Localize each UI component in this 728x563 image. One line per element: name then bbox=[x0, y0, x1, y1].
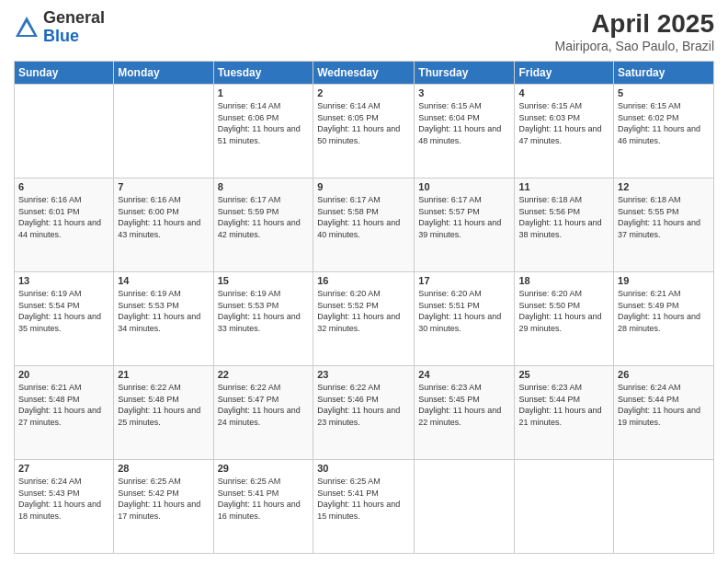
day-info: Sunrise: 6:17 AM Sunset: 5:59 PM Dayligh… bbox=[218, 194, 310, 240]
logo: General Blue bbox=[14, 9, 105, 46]
page: General Blue April 2025 Mairipora, Sao P… bbox=[0, 0, 728, 563]
calendar-cell: 6Sunrise: 6:16 AM Sunset: 6:01 PM Daylig… bbox=[15, 178, 114, 272]
calendar-cell: 11Sunrise: 6:18 AM Sunset: 5:56 PM Dayli… bbox=[515, 178, 614, 272]
calendar-cell: 25Sunrise: 6:23 AM Sunset: 5:44 PM Dayli… bbox=[515, 366, 614, 460]
calendar-cell bbox=[415, 460, 515, 554]
day-number: 3 bbox=[418, 87, 510, 98]
day-info: Sunrise: 6:18 AM Sunset: 5:55 PM Dayligh… bbox=[618, 194, 710, 240]
day-info: Sunrise: 6:25 AM Sunset: 5:42 PM Dayligh… bbox=[118, 476, 209, 522]
day-number: 20 bbox=[18, 369, 109, 380]
day-info: Sunrise: 6:16 AM Sunset: 6:01 PM Dayligh… bbox=[18, 194, 109, 240]
calendar-cell: 4Sunrise: 6:15 AM Sunset: 6:03 PM Daylig… bbox=[515, 85, 614, 178]
day-number: 11 bbox=[518, 181, 609, 192]
calendar-cell: 23Sunrise: 6:22 AM Sunset: 5:46 PM Dayli… bbox=[313, 366, 415, 460]
day-number: 6 bbox=[18, 181, 109, 192]
day-number: 7 bbox=[118, 181, 209, 192]
day-number: 28 bbox=[118, 463, 209, 474]
calendar-cell: 13Sunrise: 6:19 AM Sunset: 5:54 PM Dayli… bbox=[15, 272, 114, 366]
day-info: Sunrise: 6:14 AM Sunset: 6:06 PM Dayligh… bbox=[218, 100, 310, 146]
day-info: Sunrise: 6:21 AM Sunset: 5:49 PM Dayligh… bbox=[618, 288, 710, 334]
weekday-header-row: Sunday Monday Tuesday Wednesday Thursday… bbox=[15, 62, 714, 85]
day-info: Sunrise: 6:24 AM Sunset: 5:43 PM Dayligh… bbox=[18, 476, 109, 522]
calendar-cell: 26Sunrise: 6:24 AM Sunset: 5:44 PM Dayli… bbox=[614, 366, 714, 460]
header-wednesday: Wednesday bbox=[313, 62, 415, 85]
calendar-cell: 7Sunrise: 6:16 AM Sunset: 6:00 PM Daylig… bbox=[114, 178, 213, 272]
calendar-cell: 19Sunrise: 6:21 AM Sunset: 5:49 PM Dayli… bbox=[614, 272, 714, 366]
day-info: Sunrise: 6:24 AM Sunset: 5:44 PM Dayligh… bbox=[618, 382, 710, 428]
logo-general: General bbox=[43, 9, 105, 28]
week-row-5: 27Sunrise: 6:24 AM Sunset: 5:43 PM Dayli… bbox=[15, 460, 714, 554]
day-number: 15 bbox=[218, 275, 310, 286]
header: General Blue April 2025 Mairipora, Sao P… bbox=[14, 9, 714, 53]
calendar-cell: 12Sunrise: 6:18 AM Sunset: 5:55 PM Dayli… bbox=[614, 178, 714, 272]
day-number: 27 bbox=[18, 463, 109, 474]
day-number: 9 bbox=[317, 181, 410, 192]
calendar-cell: 29Sunrise: 6:25 AM Sunset: 5:41 PM Dayli… bbox=[213, 460, 313, 554]
day-number: 12 bbox=[618, 181, 710, 192]
location: Mairipora, Sao Paulo, Brazil bbox=[554, 39, 714, 53]
day-info: Sunrise: 6:15 AM Sunset: 6:03 PM Dayligh… bbox=[518, 100, 609, 146]
day-number: 1 bbox=[218, 87, 310, 98]
week-row-1: 1Sunrise: 6:14 AM Sunset: 6:06 PM Daylig… bbox=[15, 85, 714, 178]
day-info: Sunrise: 6:19 AM Sunset: 5:53 PM Dayligh… bbox=[118, 288, 209, 334]
header-thursday: Thursday bbox=[415, 62, 515, 85]
day-info: Sunrise: 6:20 AM Sunset: 5:51 PM Dayligh… bbox=[418, 288, 510, 334]
calendar-cell: 30Sunrise: 6:25 AM Sunset: 5:41 PM Dayli… bbox=[313, 460, 415, 554]
day-number: 21 bbox=[118, 369, 209, 380]
calendar-cell: 9Sunrise: 6:17 AM Sunset: 5:58 PM Daylig… bbox=[313, 178, 415, 272]
day-number: 25 bbox=[518, 369, 609, 380]
day-number: 19 bbox=[618, 275, 710, 286]
day-number: 29 bbox=[218, 463, 310, 474]
day-number: 23 bbox=[317, 369, 410, 380]
calendar-cell bbox=[515, 460, 614, 554]
calendar-cell: 27Sunrise: 6:24 AM Sunset: 5:43 PM Dayli… bbox=[15, 460, 114, 554]
day-number: 4 bbox=[518, 87, 609, 98]
day-info: Sunrise: 6:19 AM Sunset: 5:54 PM Dayligh… bbox=[18, 288, 109, 334]
header-friday: Friday bbox=[515, 62, 614, 85]
day-info: Sunrise: 6:18 AM Sunset: 5:56 PM Dayligh… bbox=[518, 194, 609, 240]
day-number: 8 bbox=[218, 181, 310, 192]
day-info: Sunrise: 6:25 AM Sunset: 5:41 PM Dayligh… bbox=[317, 476, 410, 522]
calendar-cell bbox=[614, 460, 714, 554]
title-block: April 2025 Mairipora, Sao Paulo, Brazil bbox=[554, 9, 714, 53]
day-info: Sunrise: 6:25 AM Sunset: 5:41 PM Dayligh… bbox=[218, 476, 310, 522]
calendar-table: Sunday Monday Tuesday Wednesday Thursday… bbox=[14, 61, 714, 554]
day-number: 17 bbox=[418, 275, 510, 286]
day-number: 26 bbox=[618, 369, 710, 380]
month-title: April 2025 bbox=[554, 9, 714, 39]
calendar-cell: 10Sunrise: 6:17 AM Sunset: 5:57 PM Dayli… bbox=[415, 178, 515, 272]
header-tuesday: Tuesday bbox=[213, 62, 313, 85]
calendar-cell: 22Sunrise: 6:22 AM Sunset: 5:47 PM Dayli… bbox=[213, 366, 313, 460]
logo-text: General Blue bbox=[43, 9, 105, 46]
day-number: 14 bbox=[118, 275, 209, 286]
calendar-cell: 17Sunrise: 6:20 AM Sunset: 5:51 PM Dayli… bbox=[415, 272, 515, 366]
day-number: 22 bbox=[218, 369, 310, 380]
day-info: Sunrise: 6:14 AM Sunset: 6:05 PM Dayligh… bbox=[317, 100, 410, 146]
calendar-cell: 3Sunrise: 6:15 AM Sunset: 6:04 PM Daylig… bbox=[415, 85, 515, 178]
day-number: 16 bbox=[317, 275, 410, 286]
calendar-cell: 24Sunrise: 6:23 AM Sunset: 5:45 PM Dayli… bbox=[415, 366, 515, 460]
day-info: Sunrise: 6:16 AM Sunset: 6:00 PM Dayligh… bbox=[118, 194, 209, 240]
day-info: Sunrise: 6:15 AM Sunset: 6:04 PM Dayligh… bbox=[418, 100, 510, 146]
day-info: Sunrise: 6:20 AM Sunset: 5:52 PM Dayligh… bbox=[317, 288, 410, 334]
calendar-cell: 1Sunrise: 6:14 AM Sunset: 6:06 PM Daylig… bbox=[213, 85, 313, 178]
day-number: 10 bbox=[418, 181, 510, 192]
day-info: Sunrise: 6:20 AM Sunset: 5:50 PM Dayligh… bbox=[518, 288, 609, 334]
day-info: Sunrise: 6:23 AM Sunset: 5:45 PM Dayligh… bbox=[418, 382, 510, 428]
calendar-cell bbox=[15, 85, 114, 178]
day-info: Sunrise: 6:22 AM Sunset: 5:47 PM Dayligh… bbox=[218, 382, 310, 428]
header-saturday: Saturday bbox=[614, 62, 714, 85]
calendar-cell: 5Sunrise: 6:15 AM Sunset: 6:02 PM Daylig… bbox=[614, 85, 714, 178]
day-number: 18 bbox=[518, 275, 609, 286]
calendar-cell: 8Sunrise: 6:17 AM Sunset: 5:59 PM Daylig… bbox=[213, 178, 313, 272]
day-info: Sunrise: 6:21 AM Sunset: 5:48 PM Dayligh… bbox=[18, 382, 109, 428]
day-info: Sunrise: 6:15 AM Sunset: 6:02 PM Dayligh… bbox=[618, 100, 710, 146]
week-row-4: 20Sunrise: 6:21 AM Sunset: 5:48 PM Dayli… bbox=[15, 366, 714, 460]
calendar-cell: 16Sunrise: 6:20 AM Sunset: 5:52 PM Dayli… bbox=[313, 272, 415, 366]
calendar-cell: 14Sunrise: 6:19 AM Sunset: 5:53 PM Dayli… bbox=[114, 272, 213, 366]
day-info: Sunrise: 6:22 AM Sunset: 5:48 PM Dayligh… bbox=[118, 382, 209, 428]
day-info: Sunrise: 6:22 AM Sunset: 5:46 PM Dayligh… bbox=[317, 382, 410, 428]
logo-icon bbox=[14, 15, 40, 40]
calendar-cell bbox=[114, 85, 213, 178]
header-sunday: Sunday bbox=[15, 62, 114, 85]
